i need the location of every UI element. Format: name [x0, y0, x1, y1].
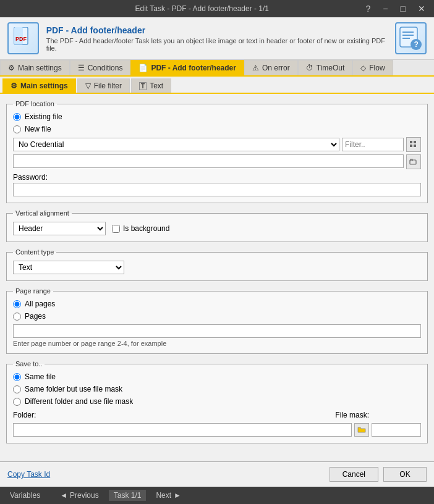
folder-browse-btn[interactable] [354, 423, 369, 437]
ok-button[interactable]: OK [383, 467, 427, 482]
filter-input[interactable] [342, 138, 404, 151]
pdf-location-section: PDF location Existing file New file No C… [6, 100, 428, 203]
help-button[interactable]: ? [362, 2, 375, 15]
page-range-section: Page range All pages Pages Enter page nu… [6, 287, 428, 354]
save-to-legend: Save to.. [13, 360, 45, 368]
header-description: The PDF - Add header/footer Task lets yo… [46, 37, 388, 52]
action-bar: Copy Task Id Cancel OK [0, 461, 434, 487]
credential-select[interactable]: No Credential [13, 138, 339, 151]
action-buttons: Cancel OK [330, 467, 427, 482]
page-range-hint: Enter page number or page range 2-4, for… [13, 340, 421, 347]
variables-nav-item[interactable]: Variables [0, 487, 50, 504]
existing-file-radio[interactable] [13, 113, 21, 121]
vertical-alignment-legend: Vertical alignment [13, 209, 72, 217]
content-type-section: Content type Text Image [6, 248, 428, 281]
secondary-tab-bar: ⚙ Main settings ▽ File filter T Text [0, 77, 434, 94]
folder-input[interactable] [13, 423, 352, 437]
tab-flow[interactable]: ◇ Flow [352, 60, 393, 75]
help-icon: ? [395, 22, 427, 54]
tab-pdf-add[interactable]: 📄 PDF - Add footer/header [130, 60, 244, 75]
pdf-tab-icon: 📄 [138, 64, 148, 72]
file-mask-input[interactable]: * [372, 423, 421, 437]
browse-icon [409, 158, 418, 166]
content-type-select[interactable]: Text Image [13, 261, 124, 274]
svg-rect-12 [414, 145, 416, 147]
new-file-radio-item[interactable]: New file [13, 125, 421, 133]
page-range-legend: Page range [13, 287, 53, 295]
top-tab-bar: ⚙ Main settings ☰ Conditions 📄 PDF - Add… [0, 60, 434, 77]
all-pages-radio[interactable] [13, 300, 21, 308]
svg-text:?: ? [414, 40, 418, 49]
new-file-radio[interactable] [13, 125, 21, 133]
tab-secondary-file-filter[interactable]: ▽ File filter [77, 78, 130, 93]
pdf-document-icon: PDF [13, 27, 33, 49]
main-window: PDF PDF - Add footer/header The PDF - Ad… [0, 17, 434, 504]
content-type-legend: Content type [13, 248, 56, 256]
maximize-button[interactable]: □ [397, 2, 409, 15]
pdf-location-legend: PDF location [13, 100, 57, 107]
tab-secondary-main-settings[interactable]: ⚙ Main settings [2, 78, 76, 93]
titlebar-title: Edit Task - PDF - Add footer/header - 1/… [42, 4, 362, 13]
same-file-radio-item[interactable]: Same file [13, 372, 421, 381]
secondary-main-icon: ⚙ [11, 82, 17, 90]
different-folder-radio[interactable] [13, 398, 21, 406]
pdf-location-radio-group: Existing file New file [13, 112, 421, 133]
folder-row: * [13, 423, 421, 437]
same-folder-radio-item[interactable]: Same folder but use file mask [13, 385, 421, 393]
save-to-section: Save to.. Same file Same folder but use … [6, 360, 428, 443]
tab-conditions[interactable]: ☰ Conditions [70, 60, 131, 75]
secondary-filter-icon: ▽ [85, 82, 91, 90]
folder-icon [357, 426, 366, 434]
credential-add-btn[interactable] [406, 137, 421, 152]
password-row: Password: [13, 173, 421, 196]
task-badge: Task 1/1 [109, 490, 147, 501]
left-arrow-icon: ◄ [60, 491, 67, 500]
file-mask-label: File mask: [335, 411, 369, 419]
svg-rect-11 [410, 145, 412, 147]
cancel-button[interactable]: Cancel [330, 467, 378, 482]
svg-rect-9 [410, 141, 412, 143]
minimize-button[interactable]: − [379, 2, 391, 15]
tab-main-settings[interactable]: ⚙ Main settings [0, 60, 70, 75]
content-area: PDF location Existing file New file No C… [0, 94, 434, 461]
is-background-item[interactable]: Is background [112, 224, 169, 233]
page-range-radio-group: All pages Pages [13, 300, 421, 321]
flow-icon: ◇ [360, 64, 366, 72]
nav-bar: Variables ◄ Previous Task 1/1 Next ► [0, 487, 434, 504]
titlebar-controls: ? − □ ✕ [362, 2, 429, 15]
help-svg-icon: ? [399, 26, 423, 51]
grid-icon [409, 140, 418, 149]
tab-secondary-text[interactable]: T Text [131, 78, 171, 93]
tab-on-error[interactable]: ⚠ On error [244, 60, 298, 75]
copy-task-id-link[interactable]: Copy Task Id [7, 470, 50, 479]
page-range-input[interactable] [13, 324, 421, 338]
pages-radio[interactable] [13, 313, 21, 321]
secondary-text-icon: T [139, 82, 147, 90]
password-input[interactable] [13, 183, 421, 196]
credential-row: No Credential [13, 137, 421, 152]
pdf-icon: PDF [7, 22, 39, 54]
vertical-alignment-select[interactable]: Header Footer [13, 222, 106, 235]
main-settings-icon: ⚙ [8, 64, 15, 72]
svg-rect-14 [410, 159, 413, 161]
file-path-input[interactable] [13, 154, 404, 168]
folder-label: Folder: [13, 411, 36, 419]
existing-file-radio-item[interactable]: Existing file [13, 112, 421, 121]
pages-radio-item[interactable]: Pages [13, 312, 421, 321]
file-path-row [13, 154, 421, 169]
svg-text:PDF: PDF [15, 36, 27, 42]
on-error-icon: ⚠ [252, 64, 259, 72]
timeout-icon: ⏱ [306, 64, 313, 72]
same-folder-radio[interactable] [13, 385, 21, 393]
previous-nav-item[interactable]: ◄ Previous [50, 487, 109, 504]
next-nav-item[interactable]: Next ► [146, 487, 191, 504]
tab-timeout[interactable]: ⏱ TimeOut [298, 60, 353, 75]
all-pages-radio-item[interactable]: All pages [13, 300, 421, 308]
file-browse-btn[interactable] [406, 154, 421, 169]
different-folder-radio-item[interactable]: Different folder and use file mask [13, 397, 421, 406]
conditions-icon: ☰ [78, 64, 85, 72]
header: PDF PDF - Add footer/header The PDF - Ad… [0, 17, 434, 60]
same-file-radio[interactable] [13, 373, 21, 381]
close-button[interactable]: ✕ [414, 2, 429, 15]
is-background-checkbox[interactable] [112, 225, 120, 233]
